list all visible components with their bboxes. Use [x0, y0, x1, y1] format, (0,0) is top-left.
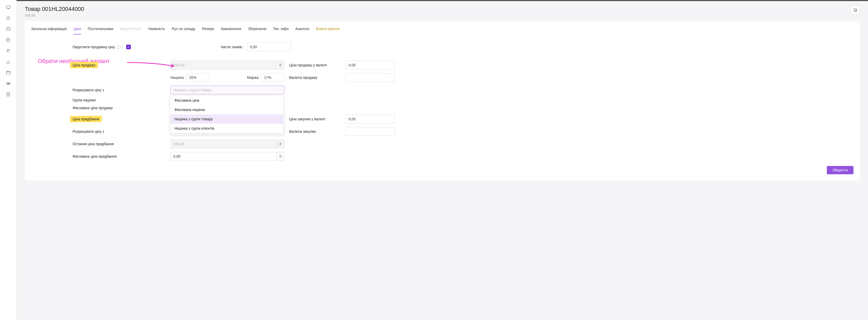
svg-rect-2	[6, 28, 10, 30]
decimals-input[interactable]	[247, 42, 291, 51]
sale-currency-select[interactable]	[346, 73, 395, 82]
nav-dashboard-icon[interactable]	[6, 5, 11, 10]
rounding-checkbox[interactable]	[126, 45, 131, 49]
tab-techinfo[interactable]: Тех. інфо	[273, 27, 289, 34]
page-subtitle: 505.68	[25, 13, 84, 18]
sidebar	[0, 0, 17, 320]
nav-briefcase-icon[interactable]	[6, 26, 11, 32]
fixed-purchase-price-input[interactable]	[170, 152, 276, 161]
rounding-label: Округлити продажну ціну	[72, 45, 115, 49]
nav-chart-icon[interactable]	[6, 59, 11, 64]
tab-general[interactable]: Загальна інформація	[31, 27, 67, 34]
tab-movement[interactable]: Рух по складу	[172, 27, 195, 34]
purchase-currency-label: Валюта закупки	[289, 129, 341, 134]
sale-price-input	[170, 61, 276, 69]
content-card: Загальна інформація Ціни Постачальники В…	[25, 21, 860, 180]
calc-from-select[interactable]: Націнка з групи товару	[170, 86, 284, 94]
purchase-price-currency-label: Ціна закупки у валюті	[289, 117, 341, 121]
calc-from-dropdown: Фіксована ціна Фіксована націнка Націнка…	[170, 95, 283, 133]
calc-from-placeholder: Націнка з групи товару	[173, 88, 212, 92]
rounding-colon: :	[122, 45, 123, 49]
nav-barcode-icon[interactable]	[6, 81, 11, 86]
last-purchase-price-label: Остання ціна придбання	[72, 142, 166, 146]
margin-input[interactable]	[261, 73, 284, 82]
svg-rect-8	[854, 9, 856, 11]
markup-label: Націнка	[170, 76, 184, 80]
nav-users-icon[interactable]	[6, 48, 11, 53]
tab-own-crosses[interactable]: Власні кросси	[316, 27, 340, 34]
tab-orders[interactable]: Замовлення	[220, 27, 241, 34]
tab-analogs[interactable]: Аналоги	[296, 27, 309, 34]
fixed-purchase-price-label: Фіксована ціна придбання	[72, 154, 166, 158]
tab-reserve[interactable]: Резерв	[202, 27, 214, 34]
last-purchase-price-input	[170, 140, 276, 148]
currency-suffix: ₴	[276, 140, 284, 148]
tab-prices[interactable]: Ціни	[73, 27, 81, 34]
svg-point-4	[7, 50, 8, 51]
purchase-section-header: Ціна придбання	[72, 117, 99, 121]
tab-availability[interactable]: Наявність	[148, 27, 165, 34]
nav-doc-icon[interactable]	[6, 92, 11, 97]
svg-point-5	[9, 50, 9, 50]
fixed-sale-price-label: Фіксована ціна продажу	[72, 106, 166, 110]
purchase-currency-select[interactable]	[346, 127, 395, 136]
sale-price-currency-label: Ціна продажу у валюті	[289, 63, 341, 67]
svg-rect-0	[6, 6, 10, 8]
tab-bar: Загальна інформація Ціни Постачальники В…	[31, 21, 854, 35]
currency-suffix: ₴	[276, 61, 284, 69]
page-title: Товар 001HL20044000	[25, 6, 84, 12]
sale-price-currency-input[interactable]	[346, 61, 395, 69]
nav-gauge-icon[interactable]	[6, 16, 11, 21]
dropdown-option[interactable]: Фіксована ціна	[171, 96, 283, 105]
sale-section-header: Ціна продажу	[72, 63, 95, 67]
markup-input[interactable]	[186, 73, 210, 82]
sale-currency-label: Валюта продажу	[289, 76, 341, 80]
tab-production[interactable]: Вироб./Розб.	[120, 27, 142, 34]
margin-label: Маржа	[247, 76, 258, 80]
decimals-label: Число знаків :	[220, 45, 244, 49]
nav-report-icon[interactable]	[6, 37, 11, 42]
purchase-price-currency-input[interactable]	[346, 115, 395, 123]
currency-suffix: ₴	[276, 152, 284, 161]
header-action-button[interactable]	[851, 6, 860, 14]
calc-from-label: Розрахувати ціну з	[72, 88, 166, 92]
page-header: Товар 001HL20044000 505.68	[17, 1, 868, 21]
save-button[interactable]: Зберегти	[827, 166, 854, 174]
dropdown-option-selected[interactable]: Націнка з групи товару	[171, 114, 283, 124]
dropdown-option[interactable]: Фіксована націнка	[171, 105, 283, 114]
svg-rect-6	[6, 71, 10, 75]
tab-storage[interactable]: Зберігання	[248, 27, 266, 34]
tab-suppliers[interactable]: Постачальники	[88, 27, 114, 34]
purchase-calc-from-label: Розрахувати ціну з	[72, 129, 166, 134]
info-icon[interactable]: i	[117, 45, 121, 49]
dropdown-option[interactable]: Націнка з групи клієнтів	[171, 124, 283, 133]
nav-calendar-icon[interactable]	[6, 70, 11, 75]
markup-group-label: Група націнки	[72, 98, 166, 102]
